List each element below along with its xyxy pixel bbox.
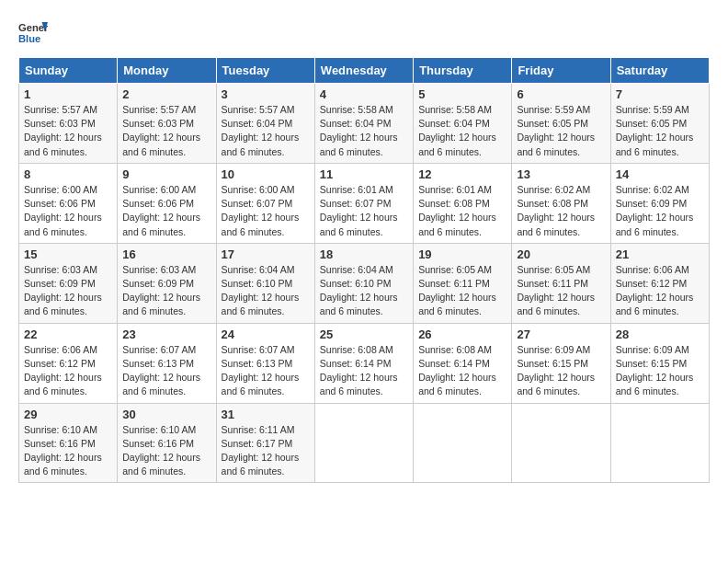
day-number: 14: [616, 167, 704, 181]
table-row: [512, 403, 610, 483]
weekday-header-tuesday: Tuesday: [216, 58, 314, 84]
day-info: Sunrise: 6:07 AMSunset: 6:13 PMDaylight:…: [122, 343, 210, 399]
calendar-week-3: 15Sunrise: 6:03 AMSunset: 6:09 PMDayligh…: [19, 243, 710, 323]
day-number: 31: [222, 408, 310, 421]
day-number: 9: [122, 167, 210, 181]
day-info: Sunrise: 5:57 AMSunset: 6:04 PMDaylight:…: [222, 103, 310, 159]
day-number: 23: [122, 327, 210, 341]
page-header: General Blue: [18, 18, 710, 48]
day-info: Sunrise: 5:57 AMSunset: 6:03 PMDaylight:…: [122, 103, 210, 159]
day-number: 28: [616, 327, 704, 341]
calendar-week-5: 29Sunrise: 6:10 AMSunset: 6:16 PMDayligh…: [19, 403, 710, 483]
table-row: 31Sunrise: 6:11 AMSunset: 6:17 PMDayligh…: [216, 403, 314, 483]
weekday-header-thursday: Thursday: [414, 58, 512, 84]
day-number: 18: [320, 247, 408, 261]
weekday-header-wednesday: Wednesday: [314, 58, 413, 84]
day-number: 27: [517, 327, 605, 341]
day-info: Sunrise: 6:06 AMSunset: 6:12 PMDaylight:…: [616, 263, 704, 319]
day-number: 10: [222, 167, 310, 181]
table-row: [314, 403, 413, 483]
table-row: 1Sunrise: 5:57 AMSunset: 6:03 PMDaylight…: [19, 84, 118, 164]
day-info: Sunrise: 6:09 AMSunset: 6:15 PMDaylight:…: [517, 343, 605, 399]
day-number: 4: [320, 87, 408, 101]
day-number: 3: [222, 87, 310, 101]
table-row: 9Sunrise: 6:00 AMSunset: 6:06 PMDaylight…: [118, 163, 216, 243]
day-number: 6: [517, 87, 605, 101]
day-info: Sunrise: 6:02 AMSunset: 6:08 PMDaylight:…: [517, 183, 605, 239]
day-info: Sunrise: 6:04 AMSunset: 6:10 PMDaylight:…: [320, 263, 408, 319]
day-number: 25: [320, 327, 408, 341]
day-info: Sunrise: 6:09 AMSunset: 6:15 PMDaylight:…: [616, 343, 704, 399]
day-info: Sunrise: 6:03 AMSunset: 6:09 PMDaylight:…: [122, 263, 210, 319]
table-row: [414, 403, 512, 483]
table-row: 3Sunrise: 5:57 AMSunset: 6:04 PMDaylight…: [216, 84, 314, 164]
day-number: 13: [517, 167, 605, 181]
day-number: 21: [616, 247, 704, 261]
day-number: 5: [418, 87, 506, 101]
day-info: Sunrise: 6:06 AMSunset: 6:12 PMDaylight:…: [24, 343, 112, 399]
day-number: 30: [122, 408, 210, 421]
calendar-week-2: 8Sunrise: 6:00 AMSunset: 6:06 PMDaylight…: [19, 163, 710, 243]
table-row: 15Sunrise: 6:03 AMSunset: 6:09 PMDayligh…: [19, 243, 118, 323]
table-row: 12Sunrise: 6:01 AMSunset: 6:08 PMDayligh…: [414, 163, 512, 243]
day-info: Sunrise: 6:07 AMSunset: 6:13 PMDaylight:…: [222, 343, 310, 399]
table-row: 4Sunrise: 5:58 AMSunset: 6:04 PMDaylight…: [314, 84, 413, 164]
table-row: 16Sunrise: 6:03 AMSunset: 6:09 PMDayligh…: [118, 243, 216, 323]
weekday-header-sunday: Sunday: [19, 58, 118, 84]
day-info: Sunrise: 6:05 AMSunset: 6:11 PMDaylight:…: [418, 263, 506, 319]
day-number: 2: [122, 87, 210, 101]
table-row: 5Sunrise: 5:58 AMSunset: 6:04 PMDaylight…: [414, 84, 512, 164]
day-info: Sunrise: 5:58 AMSunset: 6:04 PMDaylight:…: [418, 103, 506, 159]
weekday-header-saturday: Saturday: [610, 58, 709, 84]
table-row: 21Sunrise: 6:06 AMSunset: 6:12 PMDayligh…: [610, 243, 709, 323]
weekday-header-friday: Friday: [512, 58, 610, 84]
calendar-table: SundayMondayTuesdayWednesdayThursdayFrid…: [18, 57, 710, 483]
day-info: Sunrise: 5:59 AMSunset: 6:05 PMDaylight:…: [517, 103, 605, 159]
day-info: Sunrise: 5:58 AMSunset: 6:04 PMDaylight:…: [320, 103, 408, 159]
table-row: 26Sunrise: 6:08 AMSunset: 6:14 PMDayligh…: [414, 323, 512, 403]
day-info: Sunrise: 6:04 AMSunset: 6:10 PMDaylight:…: [222, 263, 310, 319]
table-row: 19Sunrise: 6:05 AMSunset: 6:11 PMDayligh…: [414, 243, 512, 323]
day-info: Sunrise: 5:57 AMSunset: 6:03 PMDaylight:…: [24, 103, 112, 159]
table-row: 10Sunrise: 6:00 AMSunset: 6:07 PMDayligh…: [216, 163, 314, 243]
day-info: Sunrise: 6:01 AMSunset: 6:08 PMDaylight:…: [418, 183, 506, 239]
table-row: 20Sunrise: 6:05 AMSunset: 6:11 PMDayligh…: [512, 243, 610, 323]
calendar-week-4: 22Sunrise: 6:06 AMSunset: 6:12 PMDayligh…: [19, 323, 710, 403]
table-row: 29Sunrise: 6:10 AMSunset: 6:16 PMDayligh…: [19, 403, 118, 483]
day-number: 8: [24, 167, 112, 181]
day-number: 7: [616, 87, 704, 101]
day-number: 19: [418, 247, 506, 261]
day-info: Sunrise: 6:00 AMSunset: 6:06 PMDaylight:…: [122, 183, 210, 239]
table-row: 13Sunrise: 6:02 AMSunset: 6:08 PMDayligh…: [512, 163, 610, 243]
calendar-header-row: SundayMondayTuesdayWednesdayThursdayFrid…: [19, 58, 710, 84]
table-row: 14Sunrise: 6:02 AMSunset: 6:09 PMDayligh…: [610, 163, 709, 243]
day-number: 29: [24, 408, 112, 421]
table-row: 24Sunrise: 6:07 AMSunset: 6:13 PMDayligh…: [216, 323, 314, 403]
day-number: 12: [418, 167, 506, 181]
day-info: Sunrise: 6:10 AMSunset: 6:16 PMDaylight:…: [24, 423, 112, 479]
day-number: 24: [222, 327, 310, 341]
table-row: 8Sunrise: 6:00 AMSunset: 6:06 PMDaylight…: [19, 163, 118, 243]
day-info: Sunrise: 6:08 AMSunset: 6:14 PMDaylight:…: [320, 343, 408, 399]
table-row: 17Sunrise: 6:04 AMSunset: 6:10 PMDayligh…: [216, 243, 314, 323]
day-number: 15: [24, 247, 112, 261]
calendar-week-1: 1Sunrise: 5:57 AMSunset: 6:03 PMDaylight…: [19, 84, 710, 164]
table-row: 27Sunrise: 6:09 AMSunset: 6:15 PMDayligh…: [512, 323, 610, 403]
table-row: 18Sunrise: 6:04 AMSunset: 6:10 PMDayligh…: [314, 243, 413, 323]
day-number: 1: [24, 87, 112, 101]
table-row: 28Sunrise: 6:09 AMSunset: 6:15 PMDayligh…: [610, 323, 709, 403]
day-info: Sunrise: 6:05 AMSunset: 6:11 PMDaylight:…: [517, 263, 605, 319]
day-number: 26: [418, 327, 506, 341]
svg-text:Blue: Blue: [18, 33, 40, 44]
day-info: Sunrise: 6:01 AMSunset: 6:07 PMDaylight:…: [320, 183, 408, 239]
day-number: 16: [122, 247, 210, 261]
logo-icon: General Blue: [18, 18, 48, 48]
table-row: [610, 403, 709, 483]
day-number: 22: [24, 327, 112, 341]
day-info: Sunrise: 6:10 AMSunset: 6:16 PMDaylight:…: [122, 423, 210, 479]
day-info: Sunrise: 6:00 AMSunset: 6:07 PMDaylight:…: [222, 183, 310, 239]
day-info: Sunrise: 6:00 AMSunset: 6:06 PMDaylight:…: [24, 183, 112, 239]
table-row: 11Sunrise: 6:01 AMSunset: 6:07 PMDayligh…: [314, 163, 413, 243]
table-row: 22Sunrise: 6:06 AMSunset: 6:12 PMDayligh…: [19, 323, 118, 403]
day-number: 17: [222, 247, 310, 261]
